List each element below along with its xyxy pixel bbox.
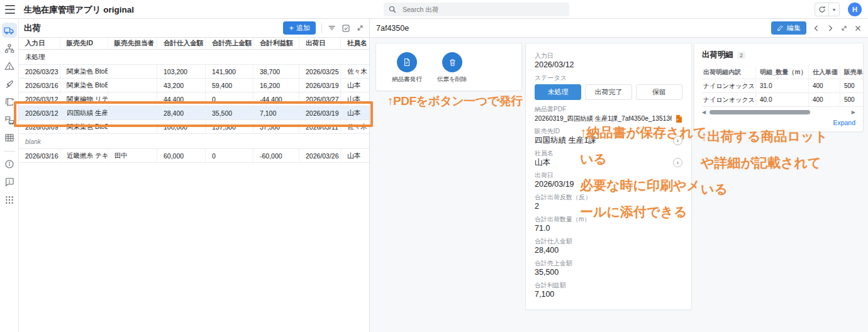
list-toolbar: 出荷 +追加: [19, 19, 369, 38]
refresh-icon[interactable]: [815, 3, 829, 16]
table-row[interactable]: 2026/03/23関東染色 BtoBセーノ103,200141,90038,7…: [19, 65, 369, 79]
sidebar-item-shipment[interactable]: [2, 23, 17, 38]
sidebar: [0, 19, 19, 332]
field-total-purchase: 合計仕入金額 28,400: [535, 237, 682, 256]
field-ship-date: 出荷日 2026/03/19: [535, 171, 682, 190]
group-row-unprocessed[interactable]: 未処理: [19, 50, 369, 65]
status-option-shipped[interactable]: 出荷完了: [585, 84, 632, 100]
col-header[interactable]: 合計売上金額: [206, 38, 253, 49]
status-option-unprocessed[interactable]: 未処理: [535, 84, 581, 100]
scrollbar-thumb[interactable]: [709, 110, 810, 114]
table-row[interactable]: 2026/03/16近畿撚糸 テキスタイ田中60,0000-60,0002026…: [19, 149, 369, 163]
field-status: ステータス 未処理 出荷完了 保留: [535, 74, 682, 100]
search-bar[interactable]: [384, 3, 569, 16]
table-row-selected[interactable]: 2026/03/12四国紡績 生産1課28,40035,5007,1002026…: [19, 106, 369, 120]
field-label: 合計利益額: [535, 281, 682, 289]
search-input[interactable]: [403, 6, 564, 13]
scroll-left-icon[interactable]: ◀: [702, 110, 706, 115]
sidebar-item-alert[interactable]: [2, 58, 17, 74]
sidebar-item-delivery[interactable]: [2, 113, 17, 128]
sync-button-group: ▾: [815, 3, 840, 16]
user-avatar[interactable]: H: [848, 3, 862, 16]
plus-icon: +: [289, 24, 294, 32]
pdf-file-icon[interactable]: P: [676, 114, 682, 123]
edit-button[interactable]: 編集: [771, 21, 806, 35]
col-header[interactable]: 販売先ID: [60, 38, 108, 49]
sidebar-item-table[interactable]: [2, 130, 17, 145]
sidebar-item-order[interactable]: [2, 94, 17, 109]
lines-row[interactable]: ナイロンオックス /C 40.0 400 500: [702, 93, 864, 107]
field-label: 合計出荷数量（m）: [535, 215, 682, 223]
field-label: 納品書PDF: [535, 105, 682, 113]
col-header[interactable]: 出荷日: [299, 38, 341, 49]
app-root: 生地在庫管理アプリ original ▾ H: [0, 0, 868, 332]
delete-slip-button[interactable]: 伝票を削除: [435, 52, 469, 84]
next-record-icon[interactable]: [826, 25, 834, 32]
sync-dropdown-caret-icon[interactable]: ▾: [829, 3, 839, 16]
table-row[interactable]: 2026/03/09関東染色 BtoBセーノ100,000137,50037,5…: [19, 120, 369, 134]
sidebar-item-info[interactable]: [2, 157, 17, 172]
warning-triangle-icon: [4, 61, 14, 71]
close-icon[interactable]: [854, 25, 862, 32]
expand-panel-icon[interactable]: [356, 24, 364, 32]
hamburger-menu-icon[interactable]: [5, 5, 15, 14]
field-delivery-note-pdf: 納品書PDF 20260319_四国紡績 生産1課_7af4350e_13513…: [535, 105, 682, 124]
detail-content: 納品書発行 伝票を削除 入力日 2026/03/12 ステータス 未処理 出: [370, 38, 868, 332]
table-row[interactable]: 2026/03/12関東編物 リテール144,4000-44,4002026/0…: [19, 92, 369, 106]
field-value: 四国紡績 生産1課: [535, 135, 596, 146]
lines-header-row: 出荷明細内訳 明細_数量（m） 仕入単価 販売単価: [702, 65, 864, 79]
field-label: 販売先ID: [535, 127, 682, 135]
status-option-hold[interactable]: 保留: [636, 84, 682, 100]
sidebar-item-dye[interactable]: [2, 77, 17, 92]
field-value: 2: [535, 201, 682, 212]
field-total-rolls: 合計出荷反数（反） 2: [535, 193, 682, 212]
field-value: 35,500: [535, 267, 682, 278]
shipment-lines-card: 出荷明細 2 出荷明細内訳 明細_数量（m） 仕入単価 販売単価 ナイロンオック…: [694, 43, 864, 132]
expand-lines-link[interactable]: Expand: [702, 119, 855, 126]
scroll-right-icon[interactable]: ▶: [852, 110, 855, 115]
horizontal-scrollbar[interactable]: ◀ ▶: [702, 108, 855, 116]
truck-icon: [4, 25, 14, 36]
shipment-table: 入力日 販売先ID 販売先担当者 合計仕入金額 合計売上金額 合計利益額 出荷日…: [19, 38, 369, 163]
field-total-sales: 合計売上金額 35,500: [535, 259, 682, 278]
info-circle-icon: [4, 159, 14, 169]
pencil-icon: [777, 25, 784, 31]
issue-delivery-note-button[interactable]: 納品書発行: [390, 52, 424, 84]
list-title: 出荷: [24, 23, 41, 34]
app-title: 生地在庫管理アプリ original: [24, 4, 134, 16]
field-value: 7,100: [535, 289, 682, 300]
group-row-blank[interactable]: blank: [19, 134, 369, 149]
sidebar-item-process[interactable]: [2, 41, 17, 56]
comment-icon: [4, 177, 14, 187]
col-header[interactable]: 合計仕入金額: [157, 38, 206, 49]
previous-record-icon[interactable]: [813, 25, 820, 32]
lines-title: 出荷明細: [702, 50, 733, 60]
table-row[interactable]: 2026/03/16関東染色 BtoBセーノ43,20059,40016,200…: [19, 79, 369, 92]
trash-icon: [448, 58, 457, 67]
field-total-profit: 合計利益額 7,100: [535, 281, 682, 300]
pdf-filename[interactable]: 20260319_四国紡績 生産1課_7af4350e_135136.pdf: [535, 113, 672, 124]
delivery-building-icon: [4, 115, 14, 125]
table-grid-icon: [4, 133, 14, 143]
col-header[interactable]: 社員名: [341, 38, 369, 49]
sidebar-item-apps[interactable]: [2, 192, 17, 208]
app-header: 生地在庫管理アプリ original ▾ H: [0, 0, 868, 19]
col-header[interactable]: 入力日: [19, 38, 60, 49]
col-header[interactable]: 合計利益額: [253, 38, 299, 49]
open-employee-record-icon[interactable]: ›: [673, 158, 682, 167]
open-customer-record-icon[interactable]: ›: [673, 136, 682, 145]
filter-icon[interactable]: [328, 24, 336, 32]
field-employee: 社員名 山本 ›: [535, 149, 682, 168]
lines-row[interactable]: ナイロンオックス /C 31.0 400 500: [702, 79, 864, 93]
add-record-button[interactable]: +追加: [283, 21, 316, 35]
sidebar-item-feedback[interactable]: [2, 174, 17, 189]
checkbox-select-icon[interactable]: [342, 24, 350, 33]
col-header[interactable]: 販売先担当者: [108, 38, 157, 49]
expand-record-icon[interactable]: [840, 25, 848, 32]
search-icon: [389, 6, 396, 13]
toolbar-divider: [321, 23, 322, 33]
pdf-document-icon: [403, 58, 411, 67]
field-label: 合計売上金額: [535, 259, 682, 267]
scroll-icon: [4, 97, 14, 107]
field-total-quantity: 合計出荷数量（m） 71.0: [535, 215, 682, 234]
